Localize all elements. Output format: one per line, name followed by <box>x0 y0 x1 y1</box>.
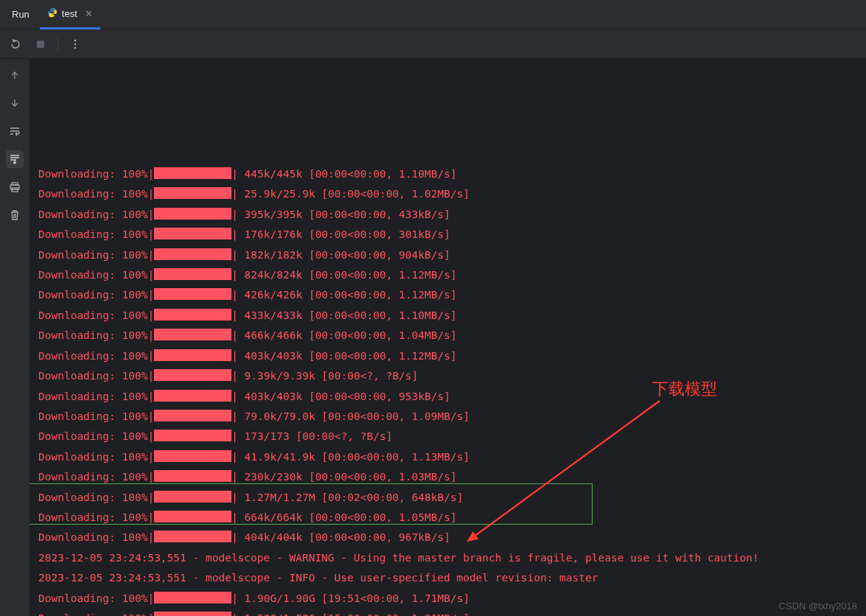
console-line: Downloading: 100%|| 466k/466k [00:00<00:… <box>38 326 866 346</box>
svg-point-2 <box>74 43 77 45</box>
svg-line-7 <box>468 401 660 541</box>
print-icon[interactable] <box>6 178 24 196</box>
console-line: Downloading: 100%|| 426k/426k [00:00<00:… <box>38 285 866 305</box>
annotation-label: 下载模型 <box>652 379 717 399</box>
close-icon[interactable]: ✕ <box>82 8 93 19</box>
stop-icon[interactable] <box>32 39 49 49</box>
svg-point-1 <box>74 39 77 41</box>
console-line: Downloading: 100%|| 9.39k/9.39k [00:00<?… <box>38 366 866 386</box>
annotation-arrow <box>446 393 674 556</box>
python-icon <box>47 7 57 20</box>
more-icon[interactable] <box>67 38 83 50</box>
up-icon[interactable] <box>6 66 24 84</box>
tab-label: test <box>62 8 77 19</box>
console-line: 2023-12-05 23:24:53,551 - modelscope - I… <box>38 568 866 588</box>
console-output[interactable]: 下载模型 Downloading: 100%|| 445k/445k [00:0… <box>29 59 866 616</box>
console-line: Downloading: 100%|| 824k/824k [00:00<00:… <box>38 265 866 285</box>
tab-bar: Run test ✕ <box>0 0 866 29</box>
console-line: Downloading: 100%|| 25.9k/25.9k [00:00<0… <box>38 184 866 204</box>
separator <box>57 36 58 52</box>
tab-test[interactable]: test ✕ <box>40 0 100 29</box>
run-toolbar <box>0 29 866 59</box>
trash-icon[interactable] <box>6 206 24 224</box>
console-line: Downloading: 100%|| 1.90G/1.90G [19:51<0… <box>38 589 866 609</box>
run-toolwindow-label: Run <box>0 9 40 20</box>
console-line: Downloading: 100%|| 176k/176k [00:00<00:… <box>38 225 866 245</box>
console-line: Downloading: 100%|| 1.52G/1.52G [15:00<0… <box>38 609 866 616</box>
soft-wrap-icon[interactable] <box>6 122 24 140</box>
down-icon[interactable] <box>6 94 24 112</box>
run-side-toolbar <box>0 59 29 616</box>
console-line: Downloading: 100%|| 445k/445k [00:00<00:… <box>38 164 866 184</box>
console-line: Downloading: 100%|| 433k/433k [00:00<00:… <box>38 306 866 326</box>
svg-rect-0 <box>37 41 44 48</box>
scroll-to-end-icon[interactable] <box>6 150 24 168</box>
watermark: CSDN @txhy2018 <box>779 601 857 612</box>
console-line: Downloading: 100%|| 182k/182k [00:00<00:… <box>38 245 866 265</box>
console-line: Downloading: 100%|| 403k/403k [00:00<00:… <box>38 346 866 366</box>
svg-point-3 <box>74 46 77 49</box>
console-line: Downloading: 100%|| 395k/395k [00:00<00:… <box>38 205 866 225</box>
rerun-icon[interactable] <box>7 38 24 50</box>
